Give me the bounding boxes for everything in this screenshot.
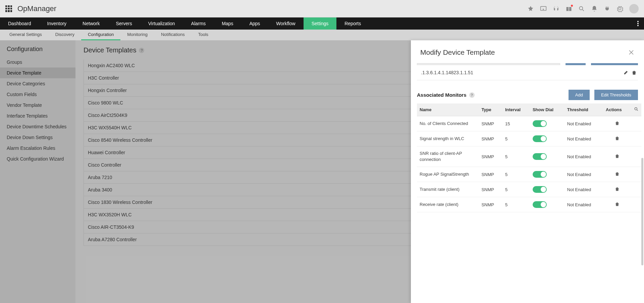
- nav-alarms[interactable]: Alarms: [183, 17, 214, 30]
- trash-icon[interactable]: [615, 154, 620, 159]
- monitor-showdial: [530, 197, 565, 212]
- monitor-interval: 5: [502, 167, 530, 182]
- rocket-icon[interactable]: [527, 5, 534, 12]
- apps-grid-icon[interactable]: [5, 5, 12, 12]
- toggle-switch[interactable]: [533, 171, 547, 178]
- top-header: OpManager: [0, 0, 644, 17]
- monitor-threshold: Not Enabled: [565, 197, 603, 212]
- monitor-row: SNR ratio of client-AP connectionSNMP5No…: [417, 146, 641, 167]
- monitor-type: SNMP: [479, 182, 502, 197]
- nav-workflow[interactable]: Workflow: [268, 17, 303, 30]
- nav-inventory[interactable]: Inventory: [39, 17, 75, 30]
- toggle-switch[interactable]: [533, 120, 547, 127]
- trash-icon[interactable]: [615, 187, 620, 191]
- monitors-header: Associated Monitors ? Add Edit Threshold…: [411, 80, 644, 103]
- toggle-switch[interactable]: [533, 186, 547, 193]
- monitor-threshold: Not Enabled: [565, 182, 603, 197]
- monitor-threshold: Not Enabled: [565, 146, 603, 167]
- nav-apps[interactable]: Apps: [241, 17, 268, 30]
- edit-thresholds-button[interactable]: Edit Thresholds: [594, 90, 638, 100]
- add-button[interactable]: Add: [569, 90, 590, 100]
- nav-dashboard[interactable]: Dashboard: [0, 17, 39, 30]
- sub-nav: General Settings Discovery Configuration…: [0, 30, 644, 40]
- col-type[interactable]: Type: [479, 103, 502, 116]
- monitor-type: SNMP: [479, 131, 502, 146]
- main-nav: Dashboard Inventory Network Servers Virt…: [0, 17, 644, 30]
- nav-network[interactable]: Network: [74, 17, 108, 30]
- subnav-tools[interactable]: Tools: [192, 30, 215, 40]
- subnav-notifications[interactable]: Notifications: [154, 30, 192, 40]
- oid-section: .1.3.6.1.4.1.14823.1.1.51: [411, 62, 644, 80]
- monitor-showdial: [530, 182, 565, 197]
- monitor-row: Receive rate (client)SNMP5Not Enabled: [417, 197, 641, 212]
- toggle-switch[interactable]: [533, 153, 547, 160]
- header-actions: [527, 4, 639, 13]
- subnav-discovery[interactable]: Discovery: [49, 30, 81, 40]
- monitor-actions: [603, 197, 631, 212]
- monitor-actions: [603, 116, 631, 131]
- scrollbar[interactable]: [641, 158, 643, 265]
- oid-row: .1.3.6.1.4.1.14823.1.1.51: [417, 65, 638, 80]
- monitor-showdial: [530, 167, 565, 182]
- nav-virtualization[interactable]: Virtualization: [140, 17, 183, 30]
- gift-icon[interactable]: [566, 5, 572, 12]
- col-name[interactable]: Name: [417, 103, 479, 116]
- monitor-interval: 15: [502, 116, 530, 131]
- subnav-general[interactable]: General Settings: [3, 30, 49, 40]
- trash-icon[interactable]: [632, 70, 637, 75]
- oid-input-stub[interactable]: [417, 63, 560, 65]
- monitor-name: No. of Clients Connected: [417, 116, 479, 131]
- monitor-type: SNMP: [479, 116, 502, 131]
- monitor-threshold: Not Enabled: [565, 116, 603, 131]
- edit-icon[interactable]: [623, 70, 628, 75]
- nav-settings[interactable]: Settings: [304, 17, 337, 30]
- monitor-threshold: Not Enabled: [565, 167, 603, 182]
- monitor-interval: 5: [502, 197, 530, 212]
- plug-icon[interactable]: [604, 5, 610, 12]
- monitor-name: Signal strength in WLC: [417, 131, 479, 146]
- monitor-showdial: [530, 146, 565, 167]
- col-interval[interactable]: Interval: [502, 103, 530, 116]
- help-icon[interactable]: ?: [469, 92, 475, 98]
- monitor-type: SNMP: [479, 146, 502, 167]
- col-threshold[interactable]: Threshold: [565, 103, 603, 116]
- oid-button-stub-2[interactable]: [591, 63, 638, 65]
- oid-button-stub-1[interactable]: [566, 63, 586, 65]
- monitor-row: Transmit rate (client)SNMP5Not Enabled: [417, 182, 641, 197]
- headset-icon[interactable]: [553, 5, 559, 12]
- logo: OpManager: [17, 4, 56, 13]
- search-icon[interactable]: [578, 5, 585, 12]
- svg-point-6: [637, 23, 639, 24]
- toggle-switch[interactable]: [533, 135, 547, 142]
- trash-icon[interactable]: [615, 172, 620, 176]
- column-search-icon[interactable]: [631, 103, 641, 116]
- monitor-row: Signal strength in WLCSNMP5Not Enabled: [417, 131, 641, 146]
- monitor-type: SNMP: [479, 167, 502, 182]
- monitor-actions: [603, 182, 631, 197]
- monitor-interval: 5: [502, 182, 530, 197]
- svg-point-7: [637, 25, 639, 26]
- trash-icon[interactable]: [615, 136, 620, 141]
- trash-icon[interactable]: [615, 202, 620, 207]
- bell-icon[interactable]: [591, 5, 598, 12]
- subnav-monitoring[interactable]: Monitoring: [120, 30, 154, 40]
- nav-maps[interactable]: Maps: [214, 17, 241, 30]
- trash-icon[interactable]: [615, 121, 620, 126]
- subnav-configuration[interactable]: Configuration: [81, 30, 120, 40]
- monitor-actions: [603, 167, 631, 182]
- nav-servers[interactable]: Servers: [108, 17, 140, 30]
- monitor-row: Rogue AP SignalStrengthSNMP5Not Enabled: [417, 167, 641, 182]
- screen-icon[interactable]: [540, 5, 547, 12]
- col-showdial[interactable]: Show Dial: [530, 103, 565, 116]
- slide-header: Modify Device Template: [411, 40, 644, 62]
- nav-reports[interactable]: Reports: [336, 17, 369, 30]
- close-icon[interactable]: [628, 49, 635, 56]
- gear-icon[interactable]: [616, 5, 623, 12]
- monitor-interval: 5: [502, 131, 530, 146]
- user-avatar[interactable]: [629, 4, 639, 13]
- svg-point-4: [579, 6, 583, 10]
- toggle-switch[interactable]: [533, 201, 547, 208]
- nav-more-icon[interactable]: [632, 17, 644, 30]
- monitor-actions: [603, 146, 631, 167]
- slide-title: Modify Device Template: [420, 48, 495, 56]
